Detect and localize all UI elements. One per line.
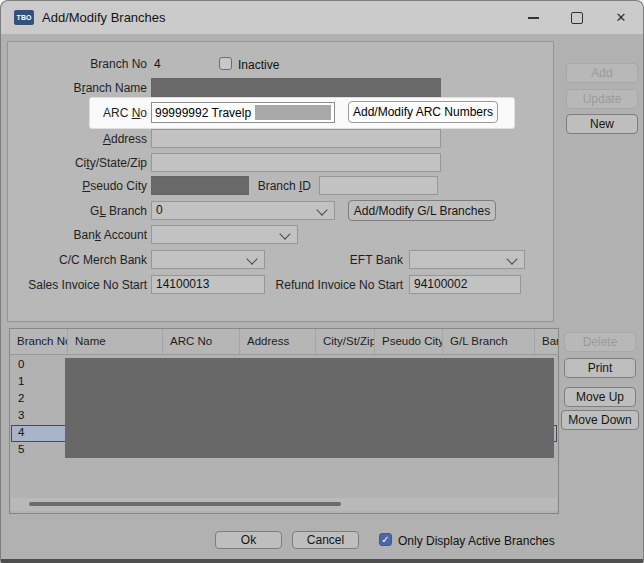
arc-no-input[interactable]: 99999992 Travelp <box>151 102 335 123</box>
maximize-icon <box>571 12 583 24</box>
arc-no-label: ARC No <box>19 106 147 120</box>
close-button[interactable]: ✕ <box>599 1 643 34</box>
table-row-0[interactable]: 0 <box>18 358 24 370</box>
branch-id-label: Branch ID <box>211 179 311 193</box>
inactive-label: Inactive <box>238 58 279 72</box>
table-row-2[interactable]: 2 <box>18 392 24 404</box>
column-header-g-l-branch[interactable]: G/L Branch <box>442 329 534 354</box>
minimize-icon <box>528 17 539 19</box>
table-row-5[interactable]: 5 <box>18 443 24 455</box>
chevron-down-icon <box>316 204 327 215</box>
maximize-button[interactable] <box>555 1 599 34</box>
column-header-address[interactable]: Address <box>239 329 315 354</box>
table-header: Branch NoNameARC NoAddressCity/St/ZipPse… <box>10 329 558 355</box>
table-row-4[interactable]: 4 <box>18 426 24 438</box>
branch-name-field[interactable] <box>151 78 441 97</box>
address-label: Address <box>19 132 147 146</box>
bank-account-dropdown[interactable] <box>151 225 298 244</box>
table-row-3[interactable]: 3 <box>18 409 24 421</box>
column-header-name[interactable]: Name <box>67 329 162 354</box>
table-data-redaction <box>65 358 554 458</box>
move-up-button[interactable]: Move Up <box>564 387 636 407</box>
branch-id-field[interactable] <box>319 176 438 195</box>
add-modify-arc-numbers-button[interactable]: Add/Modify ARC Numbers <box>348 101 498 123</box>
close-icon: ✕ <box>616 11 627 24</box>
ok-button[interactable]: Ok <box>215 531 282 549</box>
add-button[interactable]: Add <box>566 63 638 83</box>
gl-branch-value: 0 <box>156 203 163 217</box>
horizontal-scrollbar[interactable] <box>11 498 557 511</box>
gl-branch-label: GL Branch <box>19 204 147 218</box>
minimize-button[interactable] <box>511 1 555 34</box>
arc-no-value: 99999992 Travelp <box>155 106 251 120</box>
column-header-pseudo-city[interactable]: Pseudo City <box>374 329 442 354</box>
cc-merch-bank-label: C/C Merch Bank <box>19 253 147 267</box>
column-header-branch-no[interactable]: Branch No <box>10 329 67 354</box>
only-display-active-branches-checkbox[interactable]: ✓ <box>379 533 392 546</box>
eft-bank-label: EFT Bank <box>303 253 403 267</box>
window-title: Add/Modify Branches <box>42 1 166 34</box>
only-display-active-branches-label: Only Display Active Branches <box>398 534 555 548</box>
refund-invoice-no-start-label: Refund Invoice No Start <box>243 278 403 292</box>
column-header-bank[interactable]: Bank <box>534 329 558 354</box>
update-button[interactable]: Update <box>566 89 638 109</box>
chevron-down-icon <box>279 228 290 239</box>
pseudo-city-label: Pseudo City <box>19 179 147 193</box>
cc-merch-bank-dropdown[interactable] <box>151 250 265 269</box>
column-header-arc-no[interactable]: ARC No <box>162 329 239 354</box>
chevron-down-icon <box>246 253 257 264</box>
address-field[interactable] <box>151 129 441 148</box>
titlebar: TBO Add/Modify Branches ✕ <box>1 1 643 34</box>
gl-branch-dropdown[interactable]: 0 <box>151 201 335 220</box>
sales-invoice-no-start-label: Sales Invoice No Start <box>19 278 147 292</box>
scrollbar-thumb[interactable] <box>29 502 341 506</box>
cancel-button[interactable]: Cancel <box>292 531 359 549</box>
dialog-add-modify-branches: TBO Add/Modify Branches ✕ Branch No 4 In… <box>0 0 644 563</box>
chevron-down-icon <box>506 253 517 264</box>
bank-account-label: Bank Account <box>19 228 147 242</box>
arc-no-redacted-suffix <box>255 105 331 120</box>
column-header-city-st-zip[interactable]: City/St/Zip <box>315 329 374 354</box>
branches-table: Branch NoNameARC NoAddressCity/St/ZipPse… <box>9 328 559 514</box>
inactive-checkbox[interactable] <box>219 57 232 70</box>
city-state-zip-field[interactable] <box>151 153 441 172</box>
refund-invoice-no-start-field[interactable]: 94100002 <box>409 275 521 294</box>
branch-no-label: Branch No <box>19 57 147 71</box>
app-icon: TBO <box>14 10 34 25</box>
delete-button[interactable]: Delete <box>564 332 636 352</box>
print-button[interactable]: Print <box>564 358 636 378</box>
city-state-zip-label: City/State/Zip <box>19 156 147 170</box>
branch-name-label: Branch Name <box>19 81 147 95</box>
new-button[interactable]: New <box>566 114 638 134</box>
move-down-button[interactable]: Move Down <box>561 410 639 430</box>
eft-bank-dropdown[interactable] <box>409 250 525 269</box>
branch-no-value: 4 <box>154 57 161 71</box>
add-modify-gl-branches-button[interactable]: Add/Modify G/L Branches <box>348 200 496 221</box>
table-row-1[interactable]: 1 <box>18 375 24 387</box>
